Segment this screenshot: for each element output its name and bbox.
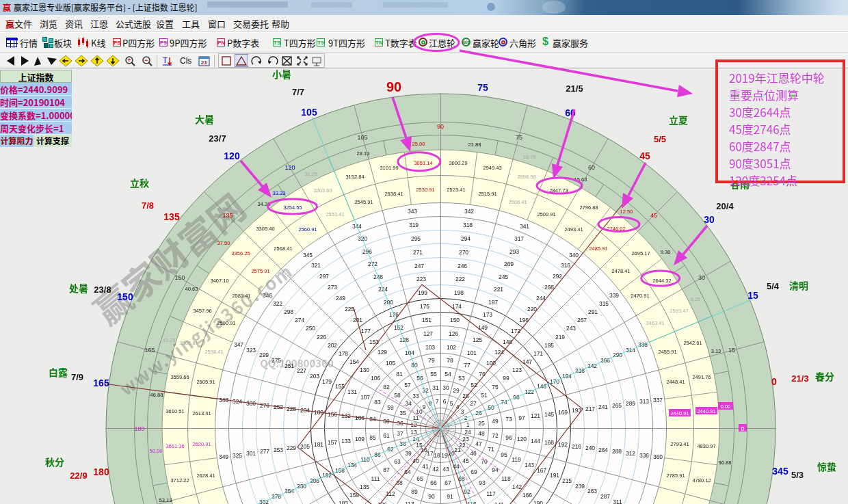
svg-text:2590.91: 2590.91: [217, 320, 235, 326]
svg-text:147: 147: [522, 358, 532, 365]
svg-text:275: 275: [271, 357, 281, 364]
svg-text:250: 250: [306, 325, 315, 332]
svg-text:15.63: 15.63: [574, 176, 587, 183]
svg-text:29: 29: [453, 387, 460, 394]
svg-text:2785.91: 2785.91: [666, 473, 685, 479]
svg-text:53.13: 53.13: [159, 497, 172, 503]
svg-text:17: 17: [427, 450, 434, 457]
svg-text:109: 109: [355, 436, 365, 442]
svg-text:42: 42: [432, 466, 439, 473]
svg-text:240: 240: [585, 445, 595, 451]
svg-text:43.75: 43.75: [163, 337, 176, 343]
svg-text:30: 30: [442, 384, 449, 391]
svg-text:144: 144: [531, 438, 540, 445]
svg-text:221: 221: [494, 286, 503, 293]
svg-text:119: 119: [512, 456, 521, 463]
svg-text:175: 175: [420, 303, 429, 310]
svg-text:小暑: 小暑: [272, 68, 291, 81]
svg-text:2560.91: 2560.91: [298, 226, 317, 233]
svg-text:346: 346: [263, 292, 272, 299]
svg-text:21/5: 21/5: [566, 83, 583, 94]
svg-text:297: 297: [319, 273, 329, 280]
svg-text:316: 316: [561, 262, 570, 269]
svg-text:82: 82: [383, 384, 390, 390]
svg-text:9: 9: [423, 403, 426, 410]
svg-text:136: 136: [377, 501, 387, 504]
svg-text:180: 180: [93, 466, 109, 477]
svg-text:157: 157: [328, 439, 337, 446]
svg-text:345: 345: [772, 466, 789, 477]
svg-text:2491.76: 2491.76: [692, 374, 711, 380]
svg-text:20/4: 20/4: [716, 201, 734, 211]
svg-text:3610.51: 3610.51: [165, 408, 184, 414]
svg-text:2593.47: 2593.47: [670, 308, 688, 314]
svg-text:31: 31: [432, 384, 439, 391]
svg-text:166: 166: [522, 492, 532, 499]
svg-text:24: 24: [464, 429, 471, 436]
svg-text:2530.91: 2530.91: [416, 187, 434, 193]
svg-text:69: 69: [471, 468, 477, 475]
svg-text:59: 59: [387, 404, 394, 411]
svg-text:3: 3: [461, 408, 464, 415]
svg-text:3051.14: 3051.14: [414, 160, 432, 166]
svg-text:173: 173: [483, 311, 492, 318]
svg-text:43: 43: [442, 466, 449, 473]
svg-text:41: 41: [422, 463, 429, 470]
svg-text:67: 67: [445, 479, 451, 486]
svg-text:150: 150: [174, 274, 185, 281]
svg-text:7/7: 7/7: [292, 87, 304, 97]
svg-text:2553.41: 2553.41: [326, 211, 344, 217]
svg-text:0: 0: [741, 425, 744, 432]
svg-text:192: 192: [558, 441, 568, 448]
svg-text:45: 45: [650, 212, 657, 219]
svg-text:349: 349: [219, 453, 228, 460]
svg-text:25.00: 25.00: [412, 141, 425, 147]
svg-text:178: 178: [339, 350, 348, 357]
svg-text:177: 177: [361, 328, 371, 334]
svg-text:2898.58: 2898.58: [517, 174, 535, 180]
svg-text:63: 63: [394, 458, 401, 465]
svg-text:3559.66: 3559.66: [170, 374, 189, 380]
svg-text:23: 23: [462, 436, 469, 442]
svg-text:301: 301: [246, 450, 256, 457]
svg-text:159: 159: [349, 492, 359, 499]
svg-text:215: 215: [562, 477, 572, 484]
svg-text:78: 78: [447, 357, 453, 364]
svg-text:2583.41: 2583.41: [232, 293, 250, 299]
svg-text:22/9: 22/9: [70, 470, 87, 481]
svg-text:105: 105: [357, 134, 367, 141]
svg-text:2644.32: 2644.32: [652, 278, 671, 284]
svg-text:325: 325: [233, 452, 242, 459]
svg-text:243: 243: [566, 325, 576, 332]
svg-text:94: 94: [492, 466, 499, 473]
svg-text:25: 25: [478, 420, 485, 427]
svg-text:216: 216: [572, 443, 581, 450]
svg-text:7: 7: [436, 398, 439, 405]
svg-text:253: 253: [274, 447, 283, 453]
svg-text:102: 102: [447, 344, 456, 351]
svg-text:225: 225: [345, 306, 354, 313]
svg-text:90: 90: [386, 79, 401, 94]
svg-text:318: 318: [463, 222, 473, 228]
svg-text:惊蛰: 惊蛰: [817, 460, 836, 473]
svg-text:处暑: 处暑: [69, 281, 88, 295]
svg-text:196: 196: [519, 317, 529, 323]
svg-text:2440.91: 2440.91: [670, 410, 689, 416]
svg-text:秋分: 秋分: [45, 455, 64, 468]
svg-text:265: 265: [612, 402, 622, 409]
svg-text:32: 32: [422, 387, 429, 394]
svg-text:大暑: 大暑: [195, 112, 214, 126]
svg-text:66: 66: [430, 479, 437, 486]
svg-text:360: 360: [653, 453, 663, 460]
svg-text:183: 183: [339, 500, 348, 504]
svg-text:99: 99: [503, 375, 509, 382]
svg-text:72: 72: [492, 432, 499, 439]
svg-text:179: 179: [322, 378, 332, 385]
svg-text:126: 126: [449, 330, 458, 337]
svg-text:107: 107: [360, 394, 370, 401]
svg-text:151: 151: [422, 317, 432, 323]
svg-text:267: 267: [577, 317, 587, 323]
svg-text:75: 75: [516, 134, 522, 141]
svg-text:3356.25: 3356.25: [231, 250, 250, 256]
svg-text:2515.91: 2515.91: [478, 191, 496, 197]
